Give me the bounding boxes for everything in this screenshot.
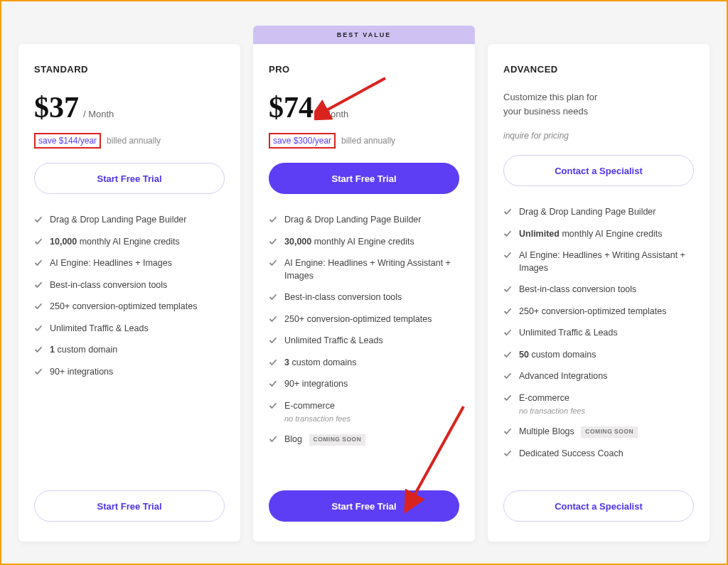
check-icon [34, 345, 43, 354]
feature-subnote: no transaction fees [284, 414, 350, 424]
feature-text: Unlimited Traffic & Leads [50, 323, 149, 335]
feature-item: Unlimited Traffic & Leads [34, 323, 225, 335]
check-icon [269, 215, 277, 224]
check-icon [503, 328, 512, 337]
coming-soon-badge: COMING SOON [581, 426, 638, 438]
feature-text: Multiple Blogs COMING SOON [519, 426, 638, 438]
feature-item: E-commerceno transaction fees [503, 392, 694, 417]
feature-text: Advanced Integrations [519, 370, 607, 383]
cta-top-button[interactable]: Contact a Specialist [503, 155, 694, 186]
savings-line: save $144/year billed annually [34, 133, 225, 149]
feature-item: Unlimited Traffic & Leads [269, 335, 459, 348]
feature-item: 250+ conversion-optimized templates [503, 306, 694, 318]
inquire-pricing: inquire for pricing [503, 131, 694, 141]
check-icon [503, 427, 512, 436]
check-icon [34, 215, 43, 224]
feature-text: Best-in-class conversion tools [284, 291, 402, 304]
feature-text: 50 custom domains [519, 349, 596, 362]
check-icon [34, 237, 43, 246]
feature-item: Multiple Blogs COMING SOON [503, 426, 694, 438]
pricing-card-pro: BEST VALUEPRO $74 / Month save $300/year… [253, 44, 475, 542]
feature-item: AI Engine: Headlines + Writing Assistant… [269, 257, 459, 282]
feature-text: Best-in-class conversion tools [50, 279, 167, 292]
feature-item: Best-in-class conversion tools [34, 279, 225, 292]
cta-top-button[interactable]: Start Free Trial [269, 163, 459, 194]
price: $74 [269, 90, 314, 124]
feature-list: Drag & Drop Landing Page Builder Unlimit… [503, 206, 694, 490]
feature-item: Unlimited monthly AI Engine credits [503, 228, 694, 241]
feature-text: Blog COMING SOON [284, 434, 365, 446]
check-icon [34, 367, 43, 376]
check-icon [503, 350, 512, 359]
check-icon [34, 281, 43, 289]
feature-item: AI Engine: Headlines + Images [34, 257, 225, 270]
feature-item: Drag & Drop Landing Page Builder [34, 214, 225, 227]
feature-item: AI Engine: Headlines + Writing Assistant… [503, 249, 694, 274]
feature-item: Drag & Drop Landing Page Builder [503, 206, 694, 219]
check-icon [269, 435, 277, 443]
check-icon [503, 285, 512, 294]
check-icon [269, 237, 277, 246]
feature-text: Dedicated Success Coach [519, 448, 623, 461]
feature-text: 90+ integrations [284, 378, 348, 391]
price: $37 [34, 90, 79, 124]
cta-bottom-button[interactable]: Contact a Specialist [503, 490, 694, 522]
feature-text: Drag & Drop Landing Page Builder [50, 214, 186, 227]
feature-item: Best-in-class conversion tools [503, 284, 694, 296]
check-icon [503, 230, 512, 238]
feature-item: 30,000 monthly AI Engine credits [269, 236, 459, 249]
check-icon [503, 307, 512, 316]
billed-annually: billed annually [341, 136, 395, 146]
feature-text: 10,000 monthly AI Engine credits [50, 236, 180, 249]
price-line: $74 / Month [269, 90, 459, 124]
check-icon [269, 293, 277, 301]
pricing-card-advanced: ADVANCED Customize this plan for your bu… [488, 44, 710, 542]
plan-name: ADVANCED [503, 64, 694, 75]
feature-text: AI Engine: Headlines + Writing Assistant… [284, 257, 459, 282]
feature-list: Drag & Drop Landing Page Builder 10,000 … [34, 214, 225, 490]
feature-item: Advanced Integrations [503, 370, 694, 383]
per-month-label: / Month [83, 109, 114, 119]
check-icon [34, 259, 43, 267]
best-value-badge: BEST VALUE [253, 26, 475, 44]
check-icon [269, 336, 277, 345]
check-icon [503, 449, 512, 458]
feature-text: 250+ conversion-optimized templates [519, 306, 666, 318]
coming-soon-badge: COMING SOON [309, 434, 366, 446]
feature-text: Unlimited Traffic & Leads [519, 327, 618, 340]
pricing-card-standard: STANDARD $37 / Month save $144/year bill… [18, 44, 240, 542]
feature-text: 250+ conversion-optimized templates [50, 301, 197, 313]
plan-name: STANDARD [34, 64, 225, 75]
check-icon [34, 302, 43, 311]
per-month-label: / Month [318, 109, 348, 119]
feature-item: Dedicated Success Coach [503, 448, 694, 461]
billed-annually: billed annually [107, 136, 161, 146]
feature-item: 250+ conversion-optimized templates [34, 301, 225, 313]
custom-plan-text: Customize this plan for your business ne… [503, 90, 694, 118]
feature-item: 3 custom domains [269, 357, 459, 370]
feature-item: Unlimited Traffic & Leads [503, 327, 694, 340]
check-icon [503, 372, 512, 380]
check-icon [269, 402, 277, 410]
feature-subnote: no transaction fees [519, 406, 585, 416]
cta-bottom-button[interactable]: Start Free Trial [269, 490, 459, 522]
cta-bottom-button[interactable]: Start Free Trial [34, 490, 225, 522]
check-icon [503, 394, 512, 402]
feature-text: Drag & Drop Landing Page Builder [519, 206, 655, 219]
feature-text: Best-in-class conversion tools [519, 284, 636, 296]
cta-top-button[interactable]: Start Free Trial [34, 163, 225, 194]
feature-text: 3 custom domains [284, 357, 356, 370]
feature-text: Drag & Drop Landing Page Builder [284, 214, 421, 227]
feature-text: AI Engine: Headlines + Writing Assistant… [519, 249, 694, 274]
feature-item: E-commerceno transaction fees [269, 400, 459, 425]
check-icon [503, 251, 512, 259]
feature-item: 10,000 monthly AI Engine credits [34, 236, 225, 249]
check-icon [269, 380, 277, 388]
feature-item: 250+ conversion-optimized templates [269, 313, 459, 326]
feature-text: Unlimited monthly AI Engine credits [519, 228, 662, 241]
check-icon [269, 259, 277, 267]
price-line: $37 / Month [34, 90, 225, 124]
feature-list: Drag & Drop Landing Page Builder 30,000 … [269, 214, 459, 490]
feature-text: E-commerceno transaction fees [519, 392, 585, 417]
feature-item: Blog COMING SOON [269, 434, 459, 446]
